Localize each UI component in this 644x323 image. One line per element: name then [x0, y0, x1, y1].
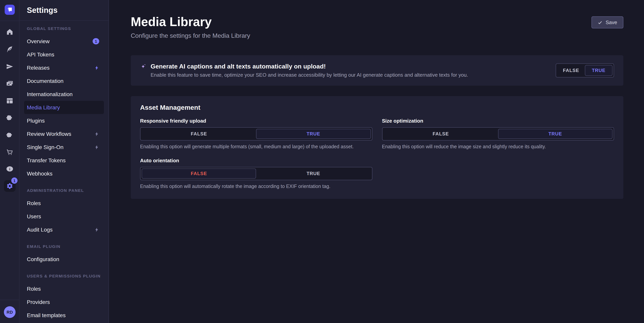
rail-divider [0, 21, 20, 21]
field-hint: Enabling this option will generate multi… [140, 144, 372, 150]
sidebar-item-label: Audit Logs [27, 226, 94, 233]
content-manager-icon[interactable] [6, 97, 14, 105]
lightning-icon [94, 144, 99, 150]
app-window: i 1 RD Settings GLOBAL SETTINGSOverview1… [0, 0, 644, 323]
check-icon [598, 20, 602, 25]
sidebar-item-email-templates[interactable]: Email templates [24, 308, 104, 322]
size-optimization-toggle: FALSETRUE [382, 127, 614, 140]
info-icon[interactable]: i [6, 165, 14, 173]
save-button-label: Save [606, 20, 617, 25]
section-label: USERS & PERMISSIONS PLUGIN [24, 274, 104, 278]
sparkle-icon [140, 63, 147, 70]
sidebar-item-label: Webhooks [27, 170, 99, 177]
avatar[interactable]: RD [4, 306, 16, 318]
sidebar-item-label: Review Workflows [27, 131, 94, 137]
sidebar-item-roles[interactable]: Roles [24, 282, 104, 295]
sidebar-item-label: API Tokens [27, 51, 99, 58]
section-label: GLOBAL SETTINGS [24, 26, 104, 31]
sidebar-item-plugins[interactable]: Plugins [24, 114, 104, 127]
sidebar-item-label: Plugins [27, 118, 99, 124]
sidebar-item-overview[interactable]: Overview1 [24, 35, 104, 48]
field-label: Size optimization [382, 118, 614, 124]
sidebar-item-label: Releases [27, 64, 94, 71]
banner-text: Generate AI captions and alt texts autom… [140, 63, 468, 78]
ai-captions-toggle: FALSETRUE [556, 64, 614, 78]
ai-captions-false-option[interactable]: FALSE [557, 65, 585, 76]
field-label: Responsive friendly upload [140, 118, 372, 124]
size-optimization-true-option[interactable]: TRUE [498, 129, 613, 139]
banner-title: Generate AI captions and alt texts autom… [150, 63, 326, 70]
field-hint: Enabling this option will reduce the ima… [382, 144, 614, 150]
asset-management-card: Asset Management Responsive friendly upl… [131, 96, 624, 199]
page-title: Media Library [131, 15, 624, 29]
sidebar-item-internationalization[interactable]: Internationalization [24, 88, 104, 101]
sidebar-item-webhooks[interactable]: Webhooks [24, 167, 104, 180]
field-size-optimization: Size optimizationFALSETRUEEnabling this … [382, 118, 614, 150]
settings-sidebar: Settings GLOBAL SETTINGSOverview1API Tok… [20, 0, 109, 323]
sidebar-item-documentation[interactable]: Documentation [24, 74, 104, 88]
sidebar-section: GLOBAL SETTINGSOverview1API TokensReleas… [24, 26, 104, 180]
sidebar-item-label: Email templates [27, 312, 99, 318]
sidebar-item-users[interactable]: Users [24, 210, 104, 223]
sidebar-item-releases[interactable]: Releases [24, 61, 104, 74]
home-icon[interactable] [6, 28, 14, 36]
section-label: EMAIL PLUGIN [24, 244, 104, 249]
sidebar-item-media-library[interactable]: Media Library [24, 101, 104, 114]
strapi-logo-icon [5, 5, 15, 15]
marketplace-icon[interactable] [6, 131, 14, 139]
sidebar-section: USERS & PERMISSIONS PLUGINRolesProviders… [24, 274, 104, 322]
sidebar-title: Settings [20, 0, 108, 21]
banner-description: Enable this feature to save time, optimi… [140, 72, 468, 78]
svg-text:i: i [9, 167, 10, 171]
sidebar-item-label: Media Library [27, 104, 99, 110]
sidebar-item-api-tokens[interactable]: API Tokens [24, 48, 104, 61]
sidebar-item-label: Users [27, 213, 99, 220]
notification-badge: 1 [92, 38, 99, 44]
field-responsive-friendly-upload: Responsive friendly uploadFALSETRUEEnabl… [140, 118, 372, 150]
sidebar-item-label: Internationalization [27, 91, 99, 97]
lightning-icon [94, 131, 99, 136]
sidebar-item-review-workflows[interactable]: Review Workflows [24, 127, 104, 140]
page-subtitle: Configure the settings for the Media Lib… [131, 32, 624, 39]
sidebar-item-label: Overview [27, 38, 92, 44]
auto-orientation-false-option[interactable]: FALSE [142, 168, 256, 178]
auto-orientation-toggle: FALSETRUE [140, 167, 372, 180]
sidebar-item-label: Single Sign-On [27, 144, 94, 150]
sidebar-item-label: Roles [27, 200, 99, 206]
ai-captions-true-option[interactable]: TRUE [585, 65, 612, 76]
sidebar-item-roles[interactable]: Roles [24, 196, 104, 210]
section-label: ADMINISTRATION PANEL [24, 188, 104, 193]
sidebar-item-configuration[interactable]: Configuration [24, 252, 104, 266]
sidebar-item-label: Documentation [27, 78, 99, 84]
plugins-icon[interactable] [6, 114, 14, 122]
sidebar-item-label: Roles [27, 286, 99, 292]
sidebar-section: ADMINISTRATION PANELRolesUsersAudit Logs [24, 188, 104, 236]
responsive-friendly-upload-true-option[interactable]: TRUE [256, 129, 371, 139]
sidebar-item-label: Providers [27, 299, 99, 305]
save-button[interactable]: Save [592, 16, 624, 28]
field-auto-orientation: Auto orientationFALSETRUEEnabling this o… [140, 158, 372, 190]
purchases-cart-icon[interactable] [6, 148, 14, 156]
lightning-icon [94, 227, 99, 232]
size-optimization-false-option[interactable]: FALSE [384, 129, 498, 139]
icon-rail: i 1 RD [0, 0, 20, 323]
feather-icon[interactable] [6, 46, 14, 53]
sidebar-item-providers[interactable]: Providers [24, 295, 104, 308]
field-hint: Enabling this option will automatically … [140, 184, 372, 190]
sidebar-item-single-sign-on[interactable]: Single Sign-On [24, 140, 104, 154]
card-title: Asset Management [140, 104, 614, 112]
paper-plane-icon[interactable] [6, 63, 14, 70]
sidebar-nav-list: GLOBAL SETTINGSOverview1API TokensReleas… [20, 21, 108, 322]
settings-notification-badge: 1 [11, 178, 18, 184]
sidebar-item-label: Configuration [27, 256, 99, 262]
sidebar-item-transfer-tokens[interactable]: Transfer Tokens [24, 154, 104, 167]
strapi-logo[interactable] [5, 5, 15, 15]
field-label: Auto orientation [140, 158, 372, 164]
auto-orientation-true-option[interactable]: TRUE [256, 168, 371, 178]
media-library-icon[interactable] [6, 80, 14, 87]
sidebar-item-label: Transfer Tokens [27, 157, 99, 164]
fields-grid: Responsive friendly uploadFALSETRUEEnabl… [140, 118, 614, 190]
responsive-friendly-upload-toggle: FALSETRUE [140, 127, 372, 140]
responsive-friendly-upload-false-option[interactable]: FALSE [142, 129, 256, 139]
sidebar-item-audit-logs[interactable]: Audit Logs [24, 223, 104, 236]
